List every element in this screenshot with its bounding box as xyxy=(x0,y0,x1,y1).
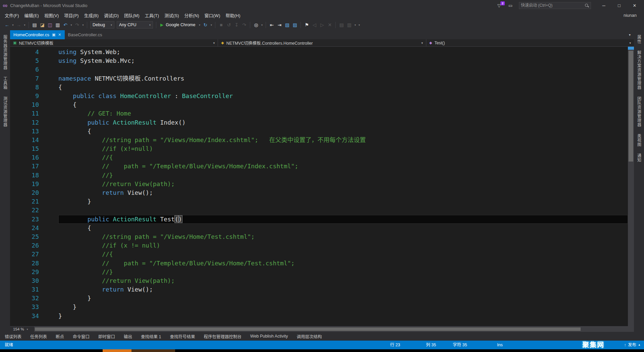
horizontal-scrollbar-thumb[interactable] xyxy=(35,327,581,331)
dropdown-caret-icon[interactable]: ▾ xyxy=(198,24,201,27)
dropdown-caret-icon[interactable]: ▾ xyxy=(260,24,264,27)
code-line[interactable]: 29 //} xyxy=(10,268,628,276)
code-line[interactable]: 22 xyxy=(10,206,628,215)
code-line[interactable]: 14 //string path = "/Views/Home/Index.cs… xyxy=(10,136,628,144)
dropdown-caret-icon[interactable]: ▾ xyxy=(23,24,26,27)
pin-icon[interactable]: ▣ xyxy=(52,33,55,37)
tab-overflow-icon[interactable]: ▾ xyxy=(629,33,634,37)
open-file-icon[interactable]: ◪ xyxy=(39,23,46,27)
indent-decrease-icon[interactable]: ⇤ xyxy=(268,23,275,27)
save-all-icon[interactable]: ▥ xyxy=(54,23,61,27)
tool-window-tab[interactable]: 通知 xyxy=(636,153,642,162)
code-line[interactable]: 16 //{ xyxy=(10,153,628,162)
panel-tab[interactable]: 调用层次结构 xyxy=(297,333,322,340)
panel-tab[interactable]: 输出 xyxy=(124,333,132,340)
panel-tab[interactable]: 任务列表 xyxy=(30,333,47,340)
tool-window-tab[interactable]: 属性 xyxy=(636,35,642,44)
panel-tab[interactable]: 断点 xyxy=(56,333,64,340)
signed-in-user[interactable]: niunan xyxy=(624,13,644,18)
class-dropdown[interactable]: ◆NETMVC切换模板.Controllers.HomeController▾ xyxy=(218,39,426,46)
code-line[interactable]: 33 } xyxy=(10,303,628,311)
code-line[interactable]: 20 return View(); xyxy=(10,188,628,197)
panel-tab[interactable]: 命令窗口 xyxy=(73,333,90,340)
menu-item[interactable]: 项目(P) xyxy=(61,11,81,19)
debug-config-combo[interactable]: Debug▾ xyxy=(90,21,114,29)
nav-back-icon[interactable]: ← xyxy=(3,23,11,27)
maximize-button[interactable]: □ xyxy=(616,3,622,8)
code-line[interactable]: 19 //return View(path); xyxy=(10,180,628,188)
document-tab[interactable]: HomeController.cs▣✕ xyxy=(10,30,65,39)
code-line[interactable]: 8{ xyxy=(10,83,628,92)
dropdown-caret-icon[interactable]: ▾ xyxy=(353,24,357,27)
code-line[interactable]: 32 } xyxy=(10,294,628,303)
code-line[interactable]: 23 public ActionResult Test() xyxy=(10,215,628,224)
code-line[interactable]: 27 //{ xyxy=(10,250,628,259)
code-line[interactable]: 18 //} xyxy=(10,171,628,180)
code-area[interactable]: 4using System.Web;5using System.Web.Mvc;… xyxy=(10,47,628,326)
tool-window-tab[interactable]: 解决方案资源管理器 xyxy=(636,50,642,90)
quick-launch-box[interactable] xyxy=(519,2,591,9)
find-in-files-icon[interactable]: ◎ xyxy=(252,23,260,27)
code-line[interactable]: 15 //if (x!=null) xyxy=(10,144,628,153)
start-debug-button[interactable]: ▶Google Chrome xyxy=(158,23,197,27)
panel-tab[interactable]: 即时窗口 xyxy=(98,333,115,340)
code-line[interactable]: 25 //string path = "/Views/Home/Test.csh… xyxy=(10,232,628,241)
dropdown-caret-icon[interactable]: ▾ xyxy=(69,24,73,27)
minimize-button[interactable]: ─ xyxy=(601,3,606,8)
comment-icon[interactable]: ▧ xyxy=(283,23,291,27)
code-line[interactable]: 5using System.Web.Mvc; xyxy=(10,56,628,65)
project-dropdown[interactable]: ▣NETMVC切换模板▾ xyxy=(10,39,218,46)
code-line[interactable]: 31 return View(); xyxy=(10,285,628,294)
feedback-icon[interactable]: ▭ xyxy=(507,3,514,8)
code-line[interactable]: 30 //return View(path); xyxy=(10,276,628,285)
method-dropdown[interactable]: ◆Test()▾ xyxy=(426,39,634,46)
code-line[interactable]: 10 { xyxy=(10,100,628,109)
dropdown-caret-icon[interactable]: ▾ xyxy=(81,24,85,27)
bookmark-icon[interactable]: ⚑ xyxy=(303,23,310,27)
dropdown-caret-icon[interactable]: ▾ xyxy=(11,24,15,27)
uncomment-icon[interactable]: ▨ xyxy=(291,23,299,27)
code-line[interactable]: 9 public class HomeController : BaseCont… xyxy=(10,92,628,100)
dropdown-caret-icon[interactable]: ▾ xyxy=(209,24,213,27)
menu-item[interactable]: 测试(S) xyxy=(162,11,181,19)
menu-item[interactable]: 帮助(H) xyxy=(223,11,243,19)
publish-button[interactable]: ↑ 发布 ▲ xyxy=(624,341,641,349)
panel-tab[interactable]: 程序包管理器控制台 xyxy=(204,333,242,340)
vertical-scrollbar-thumb[interactable] xyxy=(629,51,633,162)
tool-window-tab[interactable]: 工具箱 xyxy=(2,77,8,90)
notifications-icon[interactable]: ▽2 xyxy=(496,3,502,8)
menu-item[interactable]: 文件(F) xyxy=(2,11,22,19)
close-button[interactable]: ✕ xyxy=(632,3,637,8)
code-line[interactable]: 24 { xyxy=(10,224,628,232)
code-line[interactable]: 26 //if (x != null) xyxy=(10,241,628,250)
tool-window-tab[interactable]: 类视图 xyxy=(636,134,642,147)
editor-split-handle[interactable] xyxy=(628,47,634,50)
quick-launch-input[interactable] xyxy=(521,3,585,8)
save-icon[interactable]: ◫ xyxy=(46,23,54,27)
panel-tab[interactable]: Web Publish Activity xyxy=(250,334,288,339)
tool-window-tab[interactable]: 测试资源管理器 xyxy=(2,96,8,127)
menu-item[interactable]: 团队(M) xyxy=(121,11,142,19)
panel-tab[interactable]: 错误列表 xyxy=(5,333,21,340)
horizontal-scrollbar[interactable] xyxy=(34,326,634,332)
document-tab[interactable]: BaseController.cs xyxy=(65,30,106,39)
code-line[interactable]: 21 } xyxy=(10,197,628,206)
code-line[interactable]: 13 { xyxy=(10,127,628,136)
cpu-combo[interactable]: Any CPU▾ xyxy=(117,21,153,29)
indent-increase-icon[interactable]: ⇥ xyxy=(276,23,283,27)
panel-tab[interactable]: 查找符号结果 xyxy=(170,333,195,340)
code-line[interactable]: 34} xyxy=(10,312,628,320)
code-line[interactable]: 28 // path = "/Templete/Blue/Views/Home/… xyxy=(10,259,628,268)
panel-tab[interactable]: 查找结果 1 xyxy=(141,333,161,340)
code-line[interactable]: 7namespace NETMVC切换模板.Controllers xyxy=(10,74,628,83)
vertical-scrollbar[interactable] xyxy=(628,47,634,326)
menu-item[interactable]: 窗口(W) xyxy=(202,11,223,19)
menu-item[interactable]: 生成(B) xyxy=(82,11,101,19)
menu-item[interactable]: 工具(T) xyxy=(142,11,162,19)
menu-item[interactable]: 分析(N) xyxy=(181,11,202,19)
code-line[interactable]: 11 // GET: Home xyxy=(10,109,628,118)
undo-icon[interactable]: ↶ xyxy=(62,23,69,27)
refresh-icon[interactable]: ↻ xyxy=(202,23,209,27)
code-line[interactable]: 12 public ActionResult Index() xyxy=(10,118,628,127)
code-line[interactable]: 17 // path = "/Templete/Blue/Views/Home/… xyxy=(10,162,628,171)
